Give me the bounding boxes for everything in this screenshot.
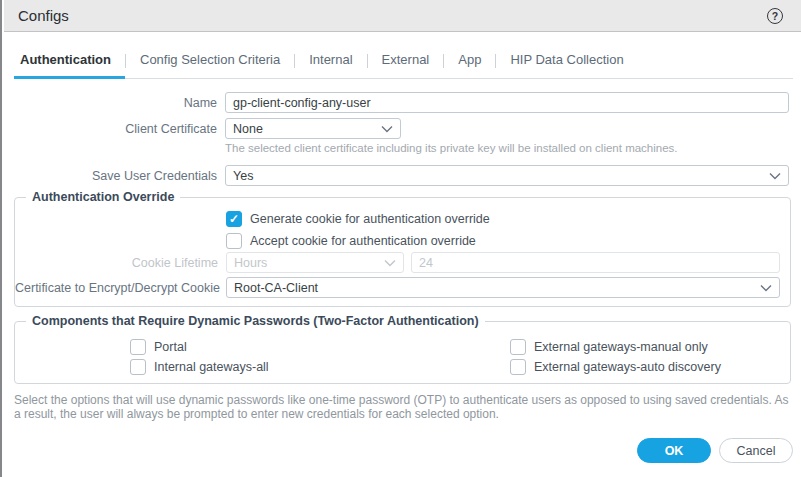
cert-cookie-select[interactable]: Root-CA-Client — [226, 277, 780, 298]
chevron-down-icon — [760, 284, 772, 292]
cookie-lifetime-row: Cookie Lifetime Hours — [15, 252, 780, 273]
name-input[interactable] — [225, 92, 789, 113]
accept-cookie-checkbox[interactable]: Accept cookie for authentication overrid… — [226, 233, 476, 249]
tab-config-selection-criteria[interactable]: Config Selection Criteria — [126, 45, 294, 79]
accept-cookie-row: Accept cookie for authentication overrid… — [15, 233, 780, 249]
generate-cookie-row: Generate cookie for authentication overr… — [15, 211, 780, 227]
tab-hip-data-collection[interactable]: HIP Data Collection — [496, 45, 637, 79]
dialog-title: Configs — [18, 7, 69, 24]
components-fieldset: Components that Require Dynamic Password… — [14, 321, 791, 384]
internal-gateways-all-label: Internal gateways-all — [154, 360, 269, 374]
accept-cookie-label: Accept cookie for authentication overrid… — [250, 234, 476, 248]
name-row: Name — [14, 92, 789, 113]
external-gateways-manual-checkbox[interactable]: External gateways-manual only — [405, 339, 780, 355]
authentication-override-fieldset: Authentication Override Generate cookie … — [14, 197, 791, 307]
external-gateways-auto-checkbox[interactable]: External gateways-auto discovery — [405, 359, 780, 375]
chevron-down-icon — [769, 172, 781, 180]
client-certificate-row: Client Certificate None — [14, 118, 789, 139]
generate-cookie-checkbox[interactable]: Generate cookie for authentication overr… — [226, 211, 490, 227]
external-gateways-auto-label: External gateways-auto discovery — [534, 360, 721, 374]
cert-cookie-value: Root-CA-Client — [234, 281, 754, 295]
tab-app[interactable]: App — [444, 45, 495, 79]
internal-gateways-all-checkbox[interactable]: Internal gateways-all — [25, 359, 405, 375]
portal-label: Portal — [154, 340, 187, 354]
otp-footnote: Select the options that will use dynamic… — [14, 393, 789, 421]
client-certificate-help: The selected client certificate includin… — [225, 142, 678, 154]
client-certificate-value: None — [233, 122, 375, 136]
tab-bar: Authentication Config Selection Criteria… — [14, 45, 793, 79]
help-icon[interactable]: ? — [767, 8, 783, 24]
chevron-down-icon — [384, 259, 396, 267]
external-gateways-manual-label: External gateways-manual only — [534, 340, 708, 354]
ok-button[interactable]: OK — [637, 438, 711, 463]
save-user-credentials-value: Yes — [233, 169, 763, 183]
cookie-lifetime-unit-value: Hours — [234, 256, 378, 270]
checkbox-icon[interactable] — [130, 359, 146, 375]
checkbox-icon[interactable] — [510, 339, 526, 355]
client-certificate-select[interactable]: None — [225, 118, 401, 139]
checkbox-icon[interactable] — [226, 233, 242, 249]
generate-cookie-label: Generate cookie for authentication overr… — [250, 212, 490, 226]
client-certificate-help-row: The selected client certificate includin… — [14, 139, 789, 154]
portal-checkbox[interactable]: Portal — [25, 339, 405, 355]
authentication-override-legend: Authentication Override — [26, 190, 180, 204]
name-label: Name — [14, 96, 217, 110]
cert-cookie-row: Certificate to Encrypt/Decrypt Cookie Ro… — [15, 277, 780, 298]
tab-external[interactable]: External — [368, 45, 444, 79]
save-user-credentials-label: Save User Credentials — [14, 169, 217, 183]
tab-authentication[interactable]: Authentication — [14, 45, 125, 79]
cert-cookie-label: Certificate to Encrypt/Decrypt Cookie — [15, 281, 218, 295]
components-legend: Components that Require Dynamic Password… — [26, 314, 485, 328]
chevron-down-icon — [381, 125, 393, 133]
checkbox-icon[interactable] — [130, 339, 146, 355]
save-user-credentials-row: Save User Credentials Yes — [14, 165, 789, 186]
cancel-button[interactable]: Cancel — [719, 438, 793, 463]
save-user-credentials-select[interactable]: Yes — [225, 165, 789, 186]
tab-internal[interactable]: Internal — [295, 45, 366, 79]
cookie-lifetime-unit-select: Hours — [226, 252, 404, 273]
configs-dialog: Configs ? Authentication Config Selectio… — [0, 0, 801, 477]
checkbox-icon[interactable] — [510, 359, 526, 375]
dialog-buttons: OK Cancel — [637, 438, 793, 463]
dialog-titlebar: Configs ? — [4, 0, 801, 32]
checkbox-icon[interactable] — [226, 211, 242, 227]
client-certificate-label: Client Certificate — [14, 122, 217, 136]
cookie-lifetime-label: Cookie Lifetime — [15, 256, 218, 270]
cookie-lifetime-amount-input — [411, 252, 780, 273]
